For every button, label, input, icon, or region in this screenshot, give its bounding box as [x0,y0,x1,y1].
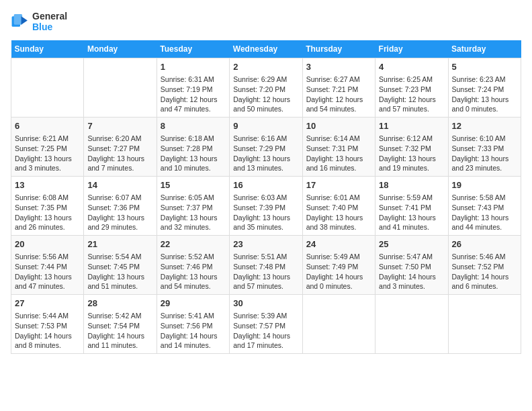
day-info: Sunrise: 6:18 AM Sunset: 7:28 PM Dayligh… [161,134,226,173]
header-row: SundayMondayTuesdayWednesdayThursdayFrid… [11,40,521,58]
calendar-cell: 26Sunrise: 5:46 AM Sunset: 7:52 PM Dayli… [448,236,521,295]
week-row-2: 6Sunrise: 6:21 AM Sunset: 7:25 PM Daylig… [11,118,521,177]
calendar-cell [11,58,84,118]
svg-marker-2 [21,16,28,24]
day-info: Sunrise: 5:39 AM Sunset: 7:57 PM Dayligh… [233,311,298,351]
week-row-1: 1Sunrise: 6:31 AM Sunset: 7:19 PM Daylig… [11,58,521,118]
calendar-cell: 9Sunrise: 6:16 AM Sunset: 7:29 PM Daylig… [230,118,302,177]
day-number: 9 [233,120,298,132]
day-number: 28 [87,298,152,310]
calendar-cell: 27Sunrise: 5:44 AM Sunset: 7:53 PM Dayli… [11,294,84,353]
day-number: 5 [452,61,517,73]
day-header-friday: Friday [375,40,448,58]
calendar-cell [302,294,375,353]
calendar-cell: 18Sunrise: 5:59 AM Sunset: 7:41 PM Dayli… [375,177,448,236]
day-info: Sunrise: 6:03 AM Sunset: 7:39 PM Dayligh… [233,193,298,232]
day-info: Sunrise: 6:16 AM Sunset: 7:29 PM Dayligh… [233,134,298,173]
calendar-cell: 11Sunrise: 6:12 AM Sunset: 7:32 PM Dayli… [375,118,448,177]
day-number: 4 [379,61,444,73]
calendar-cell: 21Sunrise: 5:54 AM Sunset: 7:45 PM Dayli… [84,236,157,295]
day-header-saturday: Saturday [448,40,521,58]
calendar-cell: 19Sunrise: 5:58 AM Sunset: 7:43 PM Dayli… [448,177,521,236]
day-number: 29 [161,298,226,310]
calendar-cell: 8Sunrise: 6:18 AM Sunset: 7:28 PM Daylig… [157,118,229,177]
day-info: Sunrise: 6:12 AM Sunset: 7:32 PM Dayligh… [379,134,444,173]
day-number: 26 [452,238,517,250]
day-info: Sunrise: 6:25 AM Sunset: 7:23 PM Dayligh… [379,75,444,114]
day-info: Sunrise: 6:21 AM Sunset: 7:25 PM Dayligh… [15,134,80,173]
day-header-thursday: Thursday [302,40,375,58]
calendar-cell: 17Sunrise: 6:01 AM Sunset: 7:40 PM Dayli… [302,177,375,236]
logo: General Blue [11,11,67,32]
day-info: Sunrise: 5:56 AM Sunset: 7:44 PM Dayligh… [15,252,80,291]
day-info: Sunrise: 6:23 AM Sunset: 7:24 PM Dayligh… [452,75,517,114]
day-number: 6 [15,120,80,132]
day-number: 2 [233,61,298,73]
day-info: Sunrise: 6:08 AM Sunset: 7:35 PM Dayligh… [15,193,80,232]
logo-icon [11,12,30,31]
day-number: 18 [379,179,444,191]
day-number: 13 [15,179,80,191]
calendar-cell: 12Sunrise: 6:10 AM Sunset: 7:33 PM Dayli… [448,118,521,177]
day-header-tuesday: Tuesday [157,40,229,58]
day-number: 16 [233,179,298,191]
day-number: 11 [379,120,444,132]
day-header-sunday: Sunday [11,40,84,58]
day-info: Sunrise: 5:46 AM Sunset: 7:52 PM Dayligh… [452,252,517,291]
day-number: 23 [233,238,298,250]
day-number: 1 [161,61,226,73]
calendar-cell: 3Sunrise: 6:27 AM Sunset: 7:21 PM Daylig… [302,58,375,118]
day-info: Sunrise: 6:05 AM Sunset: 7:37 PM Dayligh… [161,193,226,232]
calendar-cell [84,58,157,118]
calendar-cell: 15Sunrise: 6:05 AM Sunset: 7:37 PM Dayli… [157,177,229,236]
day-info: Sunrise: 5:54 AM Sunset: 7:45 PM Dayligh… [87,252,152,291]
page-header: General Blue [11,11,521,32]
calendar-cell: 13Sunrise: 6:08 AM Sunset: 7:35 PM Dayli… [11,177,84,236]
day-info: Sunrise: 6:01 AM Sunset: 7:40 PM Dayligh… [306,193,371,232]
week-row-3: 13Sunrise: 6:08 AM Sunset: 7:35 PM Dayli… [11,177,521,236]
day-info: Sunrise: 6:10 AM Sunset: 7:33 PM Dayligh… [452,134,517,173]
calendar-cell: 1Sunrise: 6:31 AM Sunset: 7:19 PM Daylig… [157,58,229,118]
calendar-cell: 14Sunrise: 6:07 AM Sunset: 7:36 PM Dayli… [84,177,157,236]
day-info: Sunrise: 5:58 AM Sunset: 7:43 PM Dayligh… [452,193,517,232]
day-number: 27 [15,298,80,310]
calendar-cell: 20Sunrise: 5:56 AM Sunset: 7:44 PM Dayli… [11,236,84,295]
day-info: Sunrise: 6:31 AM Sunset: 7:19 PM Dayligh… [161,75,226,114]
day-number: 24 [306,238,371,250]
day-number: 30 [233,298,298,310]
calendar-cell: 6Sunrise: 6:21 AM Sunset: 7:25 PM Daylig… [11,118,84,177]
day-number: 17 [306,179,371,191]
day-info: Sunrise: 5:47 AM Sunset: 7:50 PM Dayligh… [379,252,444,291]
calendar-cell: 16Sunrise: 6:03 AM Sunset: 7:39 PM Dayli… [230,177,302,236]
calendar-cell: 4Sunrise: 6:25 AM Sunset: 7:23 PM Daylig… [375,58,448,118]
calendar-cell: 10Sunrise: 6:14 AM Sunset: 7:31 PM Dayli… [302,118,375,177]
calendar-cell: 7Sunrise: 6:20 AM Sunset: 7:27 PM Daylig… [84,118,157,177]
calendar-cell: 25Sunrise: 5:47 AM Sunset: 7:50 PM Dayli… [375,236,448,295]
svg-rect-1 [14,14,22,25]
day-info: Sunrise: 6:29 AM Sunset: 7:20 PM Dayligh… [233,75,298,114]
calendar-cell: 28Sunrise: 5:42 AM Sunset: 7:54 PM Dayli… [84,294,157,353]
day-info: Sunrise: 6:07 AM Sunset: 7:36 PM Dayligh… [87,193,152,232]
week-row-5: 27Sunrise: 5:44 AM Sunset: 7:53 PM Dayli… [11,294,521,353]
week-row-4: 20Sunrise: 5:56 AM Sunset: 7:44 PM Dayli… [11,236,521,295]
day-header-wednesday: Wednesday [230,40,302,58]
day-number: 10 [306,120,371,132]
day-number: 21 [87,238,152,250]
day-number: 25 [379,238,444,250]
day-header-monday: Monday [84,40,157,58]
calendar-cell: 2Sunrise: 6:29 AM Sunset: 7:20 PM Daylig… [230,58,302,118]
calendar-cell: 5Sunrise: 6:23 AM Sunset: 7:24 PM Daylig… [448,58,521,118]
day-number: 14 [87,179,152,191]
day-number: 15 [161,179,226,191]
day-info: Sunrise: 5:49 AM Sunset: 7:49 PM Dayligh… [306,252,371,291]
day-info: Sunrise: 5:59 AM Sunset: 7:41 PM Dayligh… [379,193,444,232]
day-number: 20 [15,238,80,250]
day-info: Sunrise: 5:51 AM Sunset: 7:48 PM Dayligh… [233,252,298,291]
calendar-cell: 24Sunrise: 5:49 AM Sunset: 7:49 PM Dayli… [302,236,375,295]
calendar-cell: 30Sunrise: 5:39 AM Sunset: 7:57 PM Dayli… [230,294,302,353]
day-number: 12 [452,120,517,132]
day-number: 8 [161,120,226,132]
day-number: 3 [306,61,371,73]
calendar-cell: 23Sunrise: 5:51 AM Sunset: 7:48 PM Dayli… [230,236,302,295]
day-info: Sunrise: 5:52 AM Sunset: 7:46 PM Dayligh… [161,252,226,291]
